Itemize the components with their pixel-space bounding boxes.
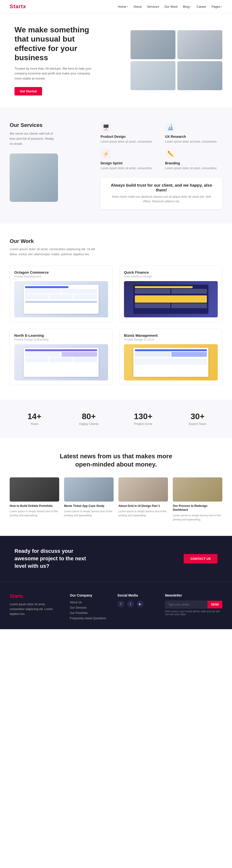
finance-cell-3: [135, 303, 170, 308]
work-bizniz-image: [124, 344, 218, 380]
blog-grid: How to Build Dribble Portofolio Lorem ip…: [10, 477, 222, 522]
cta-banner: Ready for discuss your awesome project t…: [0, 536, 232, 581]
mock-cell-5: [74, 294, 97, 299]
work-octagon-sub: Produk Development: [14, 275, 108, 278]
octagon-mockup: [14, 281, 108, 317]
nav-our-work[interactable]: Our Work: [164, 5, 178, 8]
footer-our-company-heading: Our Company: [70, 593, 108, 597]
finance-cell-2: [171, 289, 207, 294]
newsletter-send-button[interactable]: SEND: [208, 601, 222, 609]
blog-card-3-title: About Grid in UI Design Part 1: [119, 504, 168, 508]
hero-image-2: [177, 30, 222, 59]
services-team-photo: [10, 154, 58, 202]
logo[interactable]: Startx: [10, 3, 26, 10]
services-left: Our Services We serve our clients with f…: [10, 122, 91, 202]
work-elearn-title: North E-Learning: [14, 333, 108, 337]
work-elearn-image: [14, 344, 108, 380]
nav-pages[interactable]: Pages▾: [211, 5, 222, 8]
trust-desc: Amet minim mollit non deserunt ullamco e…: [107, 194, 216, 204]
footer-link-about-us[interactable]: About Us: [70, 601, 108, 604]
service-ux-research: 🔬 UX Research Lorem ipsum dolor sit amet…: [165, 122, 222, 144]
service-branding: ✏️ Branding Lorem ipsum dolor sit amet, …: [165, 149, 222, 170]
bizniz-row-1: [135, 352, 207, 357]
footer-grid: Startx Lorem ipsum dolor sit amet, conse…: [10, 593, 222, 622]
service-product-design-desc: Lorem ipsum dolor sit amet, consectetur.: [101, 140, 158, 144]
service-product-design: 🖥️ Product Design Lorem ipsum dolor sit …: [101, 122, 158, 144]
elearn-screen: [24, 348, 99, 377]
facebook-icon[interactable]: f: [118, 601, 124, 608]
service-design-sprint: ⚡ Design Sprint Lorem ipsum dolor sit am…: [101, 149, 158, 170]
nav-home-arrow: ▾: [127, 5, 128, 8]
blog-card-4-title: Our Process to Redesign Dashboard: [173, 504, 222, 512]
mock-row-2: [25, 294, 97, 299]
mock-bar-1: [25, 286, 68, 288]
newsletter-row: SEND: [165, 601, 222, 609]
footer-link-services[interactable]: Our Services: [70, 606, 108, 609]
stat-clients-number: 80+: [64, 412, 113, 421]
finance-highlight: [135, 296, 207, 303]
youtube-icon[interactable]: ▶: [137, 601, 143, 608]
work-elearn-sub: Produk Design & Branding: [14, 338, 108, 341]
nav-career[interactable]: Career: [196, 5, 206, 8]
newsletter-email-input[interactable]: [165, 601, 208, 609]
blog-card-3[interactable]: About Grid in UI Design Part 1 Lorem ips…: [119, 477, 168, 522]
mock-row-1: [25, 289, 97, 294]
mock-cell-1: [25, 289, 61, 294]
stats-grid: 14+ Years 80+ Happy Clients 130+ Project…: [10, 412, 222, 426]
finance-row-2: [135, 303, 207, 308]
twitter-icon[interactable]: t: [127, 601, 134, 608]
stat-years: 14+ Years: [10, 412, 59, 426]
elearn-cell-3: [25, 358, 48, 362]
stat-team-label: Expert Team: [173, 422, 222, 426]
stat-projects-label: Project Done: [119, 422, 168, 426]
work-card-bizniz[interactable]: Bizniz Management Produk Design & UI/UX: [120, 329, 222, 385]
get-started-button[interactable]: Get Started: [14, 87, 42, 95]
mock-cell-4: [49, 294, 73, 299]
work-section: Our Work Lorem ipsum dolor sit amet, con…: [0, 224, 232, 400]
nav-links: Home▾ About Services Our Work Blog▾ Care…: [118, 5, 222, 8]
footer-link-faq[interactable]: Frequently Asked Questions: [70, 617, 108, 620]
services-right: 🖥️ Product Design Lorem ipsum dolor sit …: [101, 122, 222, 209]
service-branding-name: Branding: [165, 161, 222, 165]
hero-subtitle: Trusted by more than 29 startups. We her…: [14, 66, 92, 81]
blog-card-1-desc: Lorem ipsum is simply dummy text of the …: [10, 509, 59, 517]
contact-us-button[interactable]: CONTACT US: [184, 554, 218, 563]
nav-blog[interactable]: Blog▾: [183, 5, 191, 8]
trust-box: Always build trust for our client, and w…: [101, 178, 222, 209]
stat-clients: 80+ Happy Clients: [64, 412, 113, 426]
finance-screen: [133, 285, 208, 314]
mock-bar-2: [25, 301, 97, 303]
service-design-sprint-name: Design Sprint: [101, 161, 158, 165]
nav-home[interactable]: Home▾: [118, 5, 128, 8]
blog-card-2-desc: Lorem ipsum is simply dummy text of the …: [64, 509, 113, 517]
finance-mockup: [124, 281, 218, 317]
stat-years-label: Years: [10, 422, 59, 426]
blog-card-2[interactable]: Movie Ticket App Case Study Lorem ipsum …: [64, 477, 113, 522]
elearn-bar-1: [25, 349, 97, 351]
elearn-cell-2: [62, 352, 97, 357]
work-card-finance[interactable]: Quick Finance User Interface Design: [120, 266, 222, 322]
footer-link-portfolio[interactable]: Our Portofolio: [70, 611, 108, 615]
branding-icon: ✏️: [165, 149, 176, 159]
finance-cell-4: [171, 303, 207, 308]
trust-title: Always build trust for our client, and w…: [107, 183, 216, 193]
nav-services[interactable]: Services: [147, 5, 159, 8]
nav-about[interactable]: About: [133, 5, 142, 8]
work-bizniz-sub: Produk Design & UI/UX: [124, 338, 218, 341]
nav-blog-arrow: ▾: [190, 5, 191, 8]
cta-title: Ready for discuss your awesome project t…: [14, 548, 97, 570]
blog-card-4[interactable]: Our Process to Redesign Dashboard Lorem …: [173, 477, 222, 522]
footer-social-col: Social Media f t ▶: [118, 593, 155, 622]
blog-card-1[interactable]: How to Build Dribble Portofolio Lorem ip…: [10, 477, 59, 522]
blog-section: Latest news from us that makes more open…: [0, 438, 232, 536]
elearn-cell-1: [25, 352, 61, 357]
octagon-screen: [24, 285, 99, 314]
ux-research-icon: 🔬: [165, 122, 176, 133]
product-design-icon: 🖥️: [101, 122, 111, 133]
bizniz-screen: [133, 348, 208, 377]
work-finance-title: Quick Finance: [124, 270, 218, 274]
work-card-octagon[interactable]: Octagon Commerce Produk Development: [10, 266, 112, 322]
mock-cell-3: [25, 294, 48, 299]
work-card-elearn[interactable]: North E-Learning Produk Design & Brandin…: [10, 329, 112, 385]
elearn-cell-5: [74, 358, 97, 362]
